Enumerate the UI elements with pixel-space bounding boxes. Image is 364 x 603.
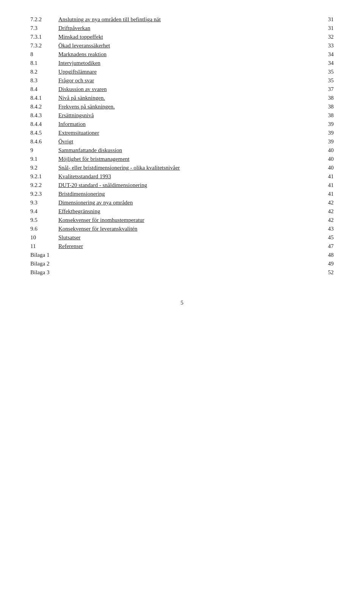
toc-title[interactable]: Kvalitetsstandard 1993	[57, 172, 315, 181]
toc-title[interactable]: Referenser	[57, 242, 315, 251]
toc-title[interactable]: Intervjumetodiken	[57, 59, 315, 68]
toc-page: 49	[315, 259, 334, 268]
toc-row: 8.1Intervjumetodiken34	[30, 59, 334, 68]
toc-title[interactable]: Minskad toppeffekt	[57, 33, 315, 41]
toc-page: 43	[315, 225, 334, 233]
toc-title[interactable]: Diskussion av svaren	[57, 85, 315, 94]
toc-title[interactable]: Bristdimensionering	[57, 190, 315, 198]
toc-title[interactable]: Slutsatser	[57, 233, 315, 242]
toc-row: 7.3Driftpåverkan31	[30, 24, 334, 33]
toc-title[interactable]: Anslutning av nya områden till befintlig…	[57, 15, 315, 24]
toc-row: 9.5Konsekvenser för inomhustemperatur42	[30, 216, 334, 225]
toc-page: 40	[315, 163, 334, 172]
toc-page: 40	[315, 155, 334, 163]
toc-row: 9.1Möjlighet för bristmanagement40	[30, 155, 334, 163]
toc-title[interactable]	[57, 259, 315, 268]
toc-row: Bilaga 148	[30, 251, 334, 259]
toc-num: 9.2.1	[30, 172, 57, 181]
toc-num: 8.1	[30, 59, 57, 68]
toc-title[interactable]: Driftpåverkan	[57, 24, 315, 33]
toc-num: 10	[30, 233, 57, 242]
toc-num: Bilaga 3	[30, 268, 57, 277]
toc-row: 9.2.3Bristdimensionering41	[30, 190, 334, 198]
toc-num: 9.2.2	[30, 181, 57, 190]
toc-num: 9.2.3	[30, 190, 57, 198]
toc-title[interactable]: Möjlighet för bristmanagement	[57, 155, 315, 163]
toc-row: 8.3Frågor och svar35	[30, 76, 334, 85]
toc-row: 9.2.1Kvalitetsstandard 199341	[30, 172, 334, 181]
toc-page: 41	[315, 181, 334, 190]
toc-row: 8.4.4Information39	[30, 120, 334, 129]
toc-page: 31	[315, 15, 334, 24]
toc-page: 34	[315, 59, 334, 68]
toc-row: 7.2.2Anslutning av nya områden till befi…	[30, 15, 334, 24]
toc-page: 40	[315, 146, 334, 155]
toc-row: 9.4Effektbegränsning42	[30, 207, 334, 216]
toc-page: 38	[315, 111, 334, 120]
toc-page: 38	[315, 94, 334, 102]
toc-num: 7.3.1	[30, 33, 57, 41]
toc-page: 41	[315, 172, 334, 181]
toc-num: 9.5	[30, 216, 57, 225]
toc-row: 8.4.2Frekvens på sänkningen.38	[30, 102, 334, 111]
toc-title[interactable]: Frekvens på sänkningen.	[57, 102, 315, 111]
toc-page: 37	[315, 85, 334, 94]
toc-page: 42	[315, 198, 334, 207]
toc-page: 39	[315, 137, 334, 146]
toc-page: 41	[315, 190, 334, 198]
toc-title[interactable]: Ökad leveranssäkerhet	[57, 41, 315, 50]
toc-title[interactable]: Nivå på sänkningen.	[57, 94, 315, 102]
toc-title[interactable]: Konsekvenser för leveranskvalitén	[57, 225, 315, 233]
toc-num: 8	[30, 50, 57, 59]
toc-title[interactable]: Dimensionering av nya områden	[57, 198, 315, 207]
toc-num: Bilaga 1	[30, 251, 57, 259]
toc-page: 34	[315, 50, 334, 59]
toc-page: 42	[315, 207, 334, 216]
toc-title[interactable]: Frågor och svar	[57, 76, 315, 85]
toc-num: 8.4.1	[30, 94, 57, 102]
toc-num: Bilaga 2	[30, 259, 57, 268]
toc-page: 31	[315, 24, 334, 33]
toc-num: 8.3	[30, 76, 57, 85]
toc-title[interactable]: Sammanfattande diskussion	[57, 146, 315, 155]
toc-row: 8.4Diskussion av svaren37	[30, 85, 334, 94]
toc-num: 9	[30, 146, 57, 155]
toc-num: 9.3	[30, 198, 57, 207]
toc-title[interactable]: Effektbegränsning	[57, 207, 315, 216]
toc-title[interactable]	[57, 251, 315, 259]
toc-num: 9.1	[30, 155, 57, 163]
toc-row: 9Sammanfattande diskussion40	[30, 146, 334, 155]
toc-page: 45	[315, 233, 334, 242]
toc-title[interactable]	[57, 268, 315, 277]
toc-page: 42	[315, 216, 334, 225]
toc-page: 39	[315, 129, 334, 137]
toc-num: 8.2	[30, 68, 57, 76]
toc-row: 8.4.5Extremsituationer39	[30, 129, 334, 137]
toc-row: 8.4.1Nivå på sänkningen.38	[30, 94, 334, 102]
page-footer: 5	[30, 300, 334, 306]
toc-page: 48	[315, 251, 334, 259]
toc-row: 9.6Konsekvenser för leveranskvalitén43	[30, 225, 334, 233]
toc-num: 9.2	[30, 163, 57, 172]
toc-num: 7.2.2	[30, 15, 57, 24]
toc-row: 8Marknadens reaktion34	[30, 50, 334, 59]
toc-page: 52	[315, 268, 334, 277]
toc-title[interactable]: Ersättningsnivå	[57, 111, 315, 120]
toc-row: 8.4.6Övrigt39	[30, 137, 334, 146]
toc-table: 7.2.2Anslutning av nya områden till befi…	[30, 15, 334, 277]
toc-num: 8.4	[30, 85, 57, 94]
toc-row: 9.2.2DUT-20 standard - snåldimensionerin…	[30, 181, 334, 190]
toc-num: 7.3	[30, 24, 57, 33]
toc-title[interactable]: Uppgiftslämnare	[57, 68, 315, 76]
toc-title[interactable]: Information	[57, 120, 315, 129]
toc-title[interactable]: Övrigt	[57, 137, 315, 146]
toc-row: Bilaga 249	[30, 259, 334, 268]
toc-num: 8.4.3	[30, 111, 57, 120]
toc-title[interactable]: Marknadens reaktion	[57, 50, 315, 59]
toc-title[interactable]: Snål- eller bristdimensionering - olika …	[57, 163, 315, 172]
toc-title[interactable]: DUT-20 standard - snåldimensionering	[57, 181, 315, 190]
toc-title[interactable]: Extremsituationer	[57, 129, 315, 137]
toc-title[interactable]: Konsekvenser för inomhustemperatur	[57, 216, 315, 225]
toc-page: 35	[315, 76, 334, 85]
page-number: 5	[180, 300, 184, 306]
